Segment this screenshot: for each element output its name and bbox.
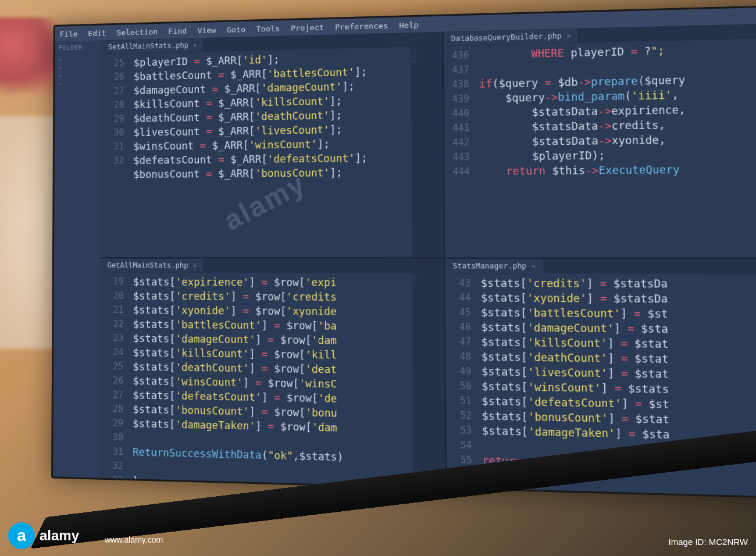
alamy-logo: a alamy [8,522,79,549]
close-icon[interactable]: × [532,263,536,270]
close-icon[interactable]: × [193,42,197,48]
menu-tools[interactable]: Tools [256,24,280,33]
line-number: 440 [447,106,469,121]
menu-view[interactable]: View [197,26,216,35]
line-number: 25 [104,56,124,70]
pane-top-right: DatabaseQueryBuilder.php × 436 437 438 4… [444,23,756,258]
editor-body[interactable]: 25 26 27 28 29 30 31 32 $playerID = $_AR… [101,46,444,257]
line-number: 26 [104,70,124,84]
line-number: 439 [447,91,469,106]
tab-label: DatabaseQueryBuilder.php [451,32,562,43]
line-number: 21 [102,303,123,318]
sidebar-item[interactable]: ▸ ... [58,55,97,63]
line-number: 19 [102,275,123,288]
minimap[interactable]: ▪▪▪▪▪▪▪▪▪▪▪▪▪▪▪▪▪▪▪▪▪▪▪▪▪▪▪▪▪▪▪▪▪▪▪▪▪▪ [411,46,444,257]
line-number: 51 [448,393,472,408]
line-number: 23 [102,331,123,345]
tab-getallmainstats[interactable]: GetAllMainStats.php × [101,259,205,272]
line-gutter: 19 20 21 22 23 24 25 26 27 28 29 30 31 3… [99,272,128,479]
line-number: 48 [448,349,472,364]
line-number: 53 [449,423,472,438]
alamy-icon: a [8,522,35,549]
line-number: 52 [448,408,472,423]
tab-statsmanager[interactable]: StatsManager.php × [445,259,544,273]
line-number: 50 [448,379,472,394]
line-number: 30 [103,126,124,140]
menu-project[interactable]: Project [291,23,324,33]
close-icon[interactable]: × [566,33,570,40]
line-number: 32 [103,154,124,167]
tab-label: GetAllMainStats.php [108,261,188,269]
line-number: 33 [102,473,123,487]
line-number: 438 [447,77,469,92]
code-area[interactable]: $stats['expirience'] = $row['expi $stats… [128,272,413,486]
line-number: 44 [448,290,470,305]
workspace: FOLDER ▸ ... ▸ ... ▸ ... ▸ ... SetAllMai… [53,23,756,498]
sidebar-item[interactable]: ▸ ... [58,63,97,72]
line-number: 27 [102,387,123,402]
menu-help[interactable]: Help [399,20,419,30]
line-number: 32 [102,458,123,473]
line-number: 47 [448,334,472,350]
menu-preferences[interactable]: Preferences [335,21,388,31]
line-number: 29 [102,416,123,430]
menu-goto[interactable]: Goto [227,24,245,34]
line-number: 444 [447,164,470,179]
line-number: 22 [102,317,123,332]
line-number: 441 [447,120,469,136]
line-number: 437 [446,62,469,77]
tab-bar: StatsManager.php × [445,259,756,275]
line-gutter: 436 437 438 439 440 441 442 443 444 [444,45,476,257]
minimap[interactable]: ▪▪▪▪▪▪▪▪▪▪▪▪▪▪ [412,273,445,487]
line-number: 31 [103,140,124,154]
line-number: 31 [102,444,123,459]
tab-setallmainstats[interactable]: SetAllMainStats.php × [101,38,205,54]
line-number: 29 [103,112,124,126]
line-number: 54 [449,437,472,452]
image-id: Image ID: MC2NRW [669,537,748,547]
tab-label: SetAllMainStats.php [108,41,188,51]
line-number: 45 [448,305,470,320]
sidebar-item[interactable]: ▸ ... [58,71,97,80]
menu-selection[interactable]: Selection [116,27,158,37]
menu-find[interactable]: Find [168,26,187,35]
line-number: 30 [102,430,123,444]
line-number: 28 [102,402,123,416]
line-number: 443 [447,149,469,164]
menu-edit[interactable]: Edit [88,28,106,38]
line-gutter: 25 26 27 28 29 30 31 32 [101,54,129,257]
editor-body[interactable]: 436 437 438 439 440 441 442 443 444 WHER… [444,37,756,258]
line-number: 20 [102,288,123,302]
line-number: 27 [104,84,124,98]
alamy-credit: www.alamy.com [105,535,163,544]
editor-grid: SetAllMainStats.php × 25 26 27 28 29 30 … [99,23,756,498]
line-number: 24 [102,345,123,359]
code-area[interactable]: WHERE playerID = ?"; if($query = $db->pr… [474,37,756,258]
sidebar-header: FOLDER [59,44,98,51]
line-gutter: 43 44 45 46 47 48 49 50 51 52 53 54 55 5… [445,273,477,489]
pane-top-left: SetAllMainStats.php × 25 26 27 28 29 30 … [101,32,444,258]
editor-body[interactable]: 19 20 21 22 23 24 25 26 27 28 29 30 31 3… [99,272,445,487]
close-icon[interactable]: × [193,262,197,269]
line-number: 436 [446,48,469,63]
folder-sidebar[interactable]: FOLDER ▸ ... ▸ ... ▸ ... ▸ ... [53,40,101,477]
line-number: 43 [448,276,470,290]
laptop-screen: File Edit Selection Find View Goto Tools… [51,4,756,500]
line-number: 28 [103,98,124,112]
alamy-brand-text: alamy [40,528,79,544]
line-number: 442 [447,135,469,149]
tab-bar: GetAllMainStats.php × [101,258,444,273]
menu-file[interactable]: File [60,29,78,38]
line-number: 25 [102,359,123,374]
line-number: 26 [102,373,123,388]
code-area[interactable]: $playerID = $_ARR['id']; $battlesCount =… [129,47,412,258]
line-number: 49 [448,363,472,379]
pane-bottom-left: GetAllMainStats.php × 19 20 21 22 23 24 … [99,258,445,487]
line-number: 46 [448,320,471,335]
sidebar-item[interactable]: ▸ ... [58,79,97,88]
tab-label: StatsManager.php [452,262,526,270]
